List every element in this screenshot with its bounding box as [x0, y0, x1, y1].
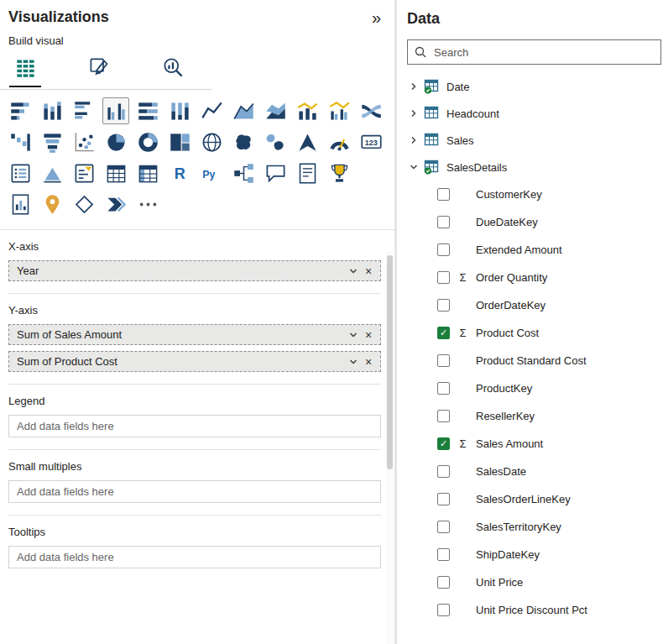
slicer-icon[interactable] — [70, 160, 97, 186]
waterfall-chart-icon[interactable] — [7, 128, 34, 155]
field-checkbox[interactable] — [437, 299, 450, 312]
field-pill[interactable]: Year× — [8, 260, 381, 281]
power-automate-icon[interactable] — [102, 191, 129, 217]
chevron-down-icon[interactable] — [345, 266, 362, 276]
field-row-salesterritorykey[interactable]: SalesTerritoryKey — [407, 513, 663, 541]
field-row-order-quantity[interactable]: ΣOrder Quantity — [407, 264, 663, 291]
field-row-unit-price[interactable]: Unit Price — [407, 568, 663, 596]
field-checkbox[interactable] — [437, 576, 450, 589]
field-row-orderdatekey[interactable]: OrderDateKey — [407, 291, 663, 319]
field-checkbox[interactable] — [437, 604, 450, 616]
field-row-unit-price-discount-pct[interactable]: Unit Price Discount Pct — [407, 596, 663, 624]
field-checkbox[interactable] — [437, 382, 450, 395]
qa-icon[interactable] — [262, 160, 289, 186]
stacked-column-chart-icon[interactable] — [39, 97, 65, 124]
ribbon-chart-icon[interactable] — [358, 97, 384, 124]
multi-row-card-icon[interactable] — [7, 160, 34, 186]
clustered-column-chart-icon[interactable] — [102, 97, 129, 124]
scatter-chart-icon[interactable] — [70, 128, 97, 155]
field-row-salesorderlinekey[interactable]: SalesOrderLineKey — [407, 485, 663, 513]
field-pill[interactable]: Sum of Sales Amount× — [8, 324, 381, 345]
card-icon[interactable]: 123 — [358, 128, 384, 155]
tab-analytics[interactable] — [156, 50, 190, 84]
funnel-chart-icon[interactable] — [39, 128, 65, 155]
field-checkbox[interactable] — [437, 521, 450, 533]
remove-field-icon[interactable]: × — [362, 265, 375, 277]
chevron-down-icon[interactable] — [407, 162, 420, 172]
field-checkbox[interactable] — [437, 493, 450, 505]
azure-map-icon[interactable] — [294, 128, 321, 155]
100-stacked-column-chart-icon[interactable] — [166, 97, 193, 124]
empty-field-well[interactable]: Add data fields here — [8, 480, 381, 503]
pie-chart-icon[interactable] — [102, 128, 129, 155]
collapse-pane-icon[interactable]: » — [372, 9, 381, 26]
paginated-report-icon[interactable] — [7, 191, 34, 217]
r-script-icon[interactable]: R — [166, 160, 193, 186]
field-row-sales-amount[interactable]: ✓ΣSales Amount — [407, 430, 663, 458]
100-stacked-bar-chart-icon[interactable] — [134, 97, 161, 124]
line-chart-icon[interactable] — [198, 97, 225, 124]
more-visuals-icon[interactable] — [134, 191, 161, 217]
chevron-right-icon[interactable] — [407, 81, 420, 92]
shape-map-icon[interactable] — [262, 128, 289, 155]
field-row-extended-amount[interactable]: Extended Amount — [407, 236, 663, 264]
table-row-date[interactable]: Date — [407, 73, 663, 100]
field-row-salesdate[interactable]: SalesDate — [407, 458, 663, 485]
field-checkbox[interactable] — [437, 243, 450, 256]
table-row-salesdetails[interactable]: SalesDetails — [407, 154, 663, 181]
field-row-shipdatekey[interactable]: ShipDateKey — [407, 541, 663, 568]
stacked-area-chart-icon[interactable] — [262, 97, 289, 124]
kpi-icon[interactable] — [39, 160, 65, 186]
gauge-icon[interactable] — [326, 128, 352, 155]
python-visual-icon[interactable]: Py — [198, 160, 225, 186]
empty-field-well[interactable]: Add data fields here — [8, 415, 381, 437]
field-checkbox[interactable] — [437, 271, 450, 284]
line-and-clustered-column-chart-icon[interactable] — [326, 97, 352, 124]
field-checkbox[interactable] — [437, 465, 450, 478]
table-row-headcount[interactable]: Headcount — [407, 100, 663, 127]
clustered-bar-chart-icon[interactable] — [70, 97, 97, 124]
field-row-productkey[interactable]: ProductKey — [407, 374, 663, 402]
field-checkbox[interactable] — [437, 354, 450, 367]
smart-narrative-icon[interactable] — [294, 160, 321, 186]
treemap-icon[interactable] — [166, 128, 193, 155]
field-row-customerkey[interactable]: CustomerKey — [407, 181, 663, 208]
field-checkbox[interactable] — [437, 548, 450, 561]
line-and-stacked-column-chart-icon[interactable] — [294, 97, 321, 124]
matrix-icon[interactable] — [134, 160, 161, 186]
field-row-duedatekey[interactable]: DueDateKey — [407, 208, 663, 236]
field-row-product-standard-cost[interactable]: Product Standard Cost — [407, 347, 663, 374]
area-chart-icon[interactable] — [230, 97, 257, 124]
field-checkbox[interactable] — [437, 188, 450, 201]
field-checkbox[interactable] — [437, 410, 450, 422]
field-row-product-cost[interactable]: ✓ΣProduct Cost — [407, 319, 663, 347]
decomposition-tree-icon[interactable] — [230, 160, 257, 186]
chevron-right-icon[interactable] — [407, 135, 420, 145]
chevron-down-icon[interactable] — [345, 330, 362, 340]
scrollbar[interactable] — [386, 252, 394, 644]
field-checkbox[interactable]: ✓ — [437, 327, 450, 339]
chevron-down-icon[interactable] — [345, 357, 362, 367]
map-icon[interactable] — [198, 128, 225, 155]
metrics-icon[interactable] — [326, 160, 352, 186]
donut-chart-icon[interactable] — [134, 128, 161, 155]
arcgis-map-icon[interactable] — [39, 191, 65, 217]
filled-map-icon[interactable] — [230, 128, 257, 155]
power-apps-icon[interactable] — [70, 191, 97, 217]
field-row-resellerkey[interactable]: ResellerKey — [407, 402, 663, 430]
field-checkbox[interactable] — [437, 216, 450, 228]
stacked-bar-chart-icon[interactable] — [7, 97, 34, 124]
tab-format-visual[interactable] — [82, 50, 116, 84]
field-pill[interactable]: Sum of Product Cost× — [8, 351, 381, 372]
table-icon[interactable] — [102, 160, 129, 186]
scrollbar-thumb[interactable] — [387, 255, 393, 469]
chevron-right-icon[interactable] — [407, 108, 420, 118]
tab-build-visual[interactable] — [8, 50, 42, 84]
search-box[interactable] — [407, 39, 661, 65]
empty-field-well[interactable]: Add data fields here — [8, 546, 381, 568]
remove-field-icon[interactable]: × — [362, 356, 375, 368]
table-row-sales[interactable]: Sales — [407, 127, 663, 154]
field-checkbox[interactable]: ✓ — [437, 437, 450, 450]
search-input[interactable] — [432, 45, 654, 60]
remove-field-icon[interactable]: × — [362, 329, 375, 341]
